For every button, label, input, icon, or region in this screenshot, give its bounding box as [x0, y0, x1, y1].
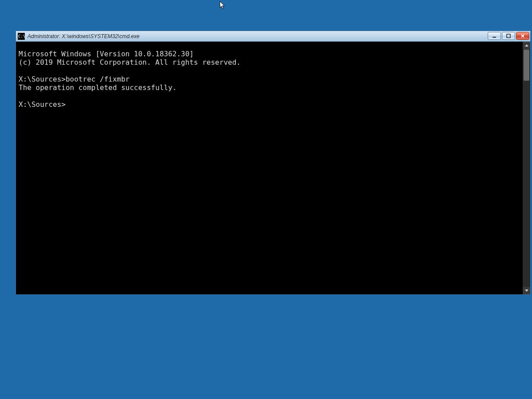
scroll-up-button[interactable]: [523, 42, 530, 49]
chevron-down-icon: [525, 289, 528, 292]
mouse-cursor-icon: [219, 1, 226, 10]
close-button[interactable]: [516, 32, 529, 40]
terminal-output[interactable]: Microsoft Windows [Version 10.0.18362.30…: [16, 49, 522, 287]
cmd-window: C:\ Administrator: X:\windows\SYSTEM32\c…: [16, 31, 531, 295]
titlebar[interactable]: C:\ Administrator: X:\windows\SYSTEM32\c…: [16, 31, 530, 42]
desktop: C:\ Administrator: X:\windows\SYSTEM32\c…: [0, 0, 532, 399]
scroll-down-button[interactable]: [523, 287, 530, 294]
window-title: Administrator: X:\windows\SYSTEM32\cmd.e…: [27, 33, 140, 39]
client-area: Microsoft Windows [Version 10.0.18362.30…: [16, 42, 530, 294]
maximize-button[interactable]: [502, 32, 515, 40]
scroll-thumb[interactable]: [524, 50, 529, 81]
cmd-app-icon: C:\: [18, 33, 25, 40]
vertical-scrollbar[interactable]: [522, 42, 530, 294]
svg-rect-1: [507, 34, 510, 38]
minimize-button[interactable]: [488, 32, 501, 40]
svg-rect-0: [493, 37, 496, 38]
window-controls: [488, 32, 529, 40]
chevron-up-icon: [525, 44, 528, 47]
